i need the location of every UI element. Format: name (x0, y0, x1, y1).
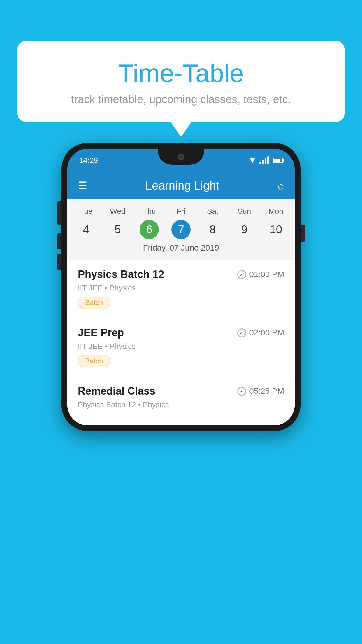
event-item-jee-prep[interactable]: JEE Prep 🕗 02:00 PM IIT JEE • Physics Ba… (67, 318, 295, 376)
menu-icon[interactable]: ☰ (78, 181, 87, 191)
phone-screen: Tue Wed Thu Fri Sat Sun Mon 4 5 6 7 8 9 … (67, 199, 295, 425)
phone-body: 14:29 ▼ ☰ Learning Light ⌕ (61, 143, 301, 431)
event-time-2: 🕗 02:00 PM (237, 328, 284, 338)
phone-power-button (57, 201, 61, 225)
clock-icon-2: 🕗 (237, 328, 247, 338)
event-time-3: 🕗 05:25 PM (237, 386, 284, 396)
status-icons: ▼ (248, 156, 283, 165)
wifi-icon: ▼ (248, 156, 256, 165)
day-headers: Tue Wed Thu Fri Sat Sun Mon (70, 205, 292, 218)
day-9[interactable]: 9 (229, 220, 260, 239)
event-item-physics-batch[interactable]: Physics Batch 12 🕗 01:00 PM IIT JEE • Ph… (67, 260, 295, 318)
event-title-1: Physics Batch 12 (78, 268, 164, 281)
event-subtitle-2: IIT JEE • Physics (78, 342, 284, 351)
event-subtitle-1: IIT JEE • Physics (78, 284, 284, 293)
battery-icon (273, 158, 283, 163)
phone-volume-down-button (57, 254, 61, 270)
day-8[interactable]: 8 (197, 220, 229, 239)
events-list: Physics Batch 12 🕗 01:00 PM IIT JEE • Ph… (67, 260, 295, 425)
speech-bubble: Time-Table track timetable, upcoming cla… (17, 41, 345, 122)
feature-subtitle: track timetable, upcoming classes, tests… (29, 93, 333, 106)
event-header-2: JEE Prep 🕗 02:00 PM (78, 327, 284, 339)
day-header-sat: Sat (197, 205, 229, 218)
day-10[interactable]: 10 (260, 220, 292, 239)
phone-volume-up-button (57, 233, 61, 249)
day-5[interactable]: 5 (102, 220, 134, 239)
day-numbers[interactable]: 4 5 6 7 8 9 10 (70, 220, 292, 239)
signal-icon (259, 157, 269, 164)
event-title-2: JEE Prep (78, 327, 124, 339)
selected-date-label: Friday, 07 June 2019 (70, 243, 292, 257)
phone-frame: 14:29 ▼ ☰ Learning Light ⌕ (61, 143, 301, 431)
feature-title: Time-Table (29, 58, 333, 88)
day-7-selected[interactable]: 7 (171, 220, 191, 239)
notch (158, 149, 204, 165)
camera-dot (178, 154, 184, 160)
speech-bubble-container: Time-Table track timetable, upcoming cla… (17, 41, 345, 122)
app-title: Learning Light (145, 179, 219, 192)
clock-icon-1: 🕗 (237, 270, 247, 279)
day-4[interactable]: 4 (70, 220, 102, 239)
day-header-tue: Tue (70, 205, 102, 218)
calendar-strip: Tue Wed Thu Fri Sat Sun Mon 4 5 6 7 8 9 … (67, 199, 295, 260)
event-badge-1: Batch (78, 297, 110, 309)
day-header-thu: Thu (133, 205, 165, 218)
event-header-1: Physics Batch 12 🕗 01:00 PM (78, 268, 284, 281)
event-header-3: Remedial Class 🕗 05:25 PM (78, 385, 284, 397)
event-item-remedial[interactable]: Remedial Class 🕗 05:25 PM Physics Batch … (67, 376, 295, 425)
day-header-mon: Mon (260, 205, 292, 218)
day-header-fri: Fri (165, 205, 197, 218)
search-icon[interactable]: ⌕ (277, 179, 284, 192)
event-time-1: 🕗 01:00 PM (237, 270, 284, 279)
status-bar: 14:29 ▼ (67, 149, 295, 172)
event-title-3: Remedial Class (78, 385, 155, 397)
day-6-today[interactable]: 6 (140, 220, 159, 239)
app-bar: ☰ Learning Light ⌕ (67, 172, 295, 199)
event-subtitle-3: Physics Batch 12 • Physics (78, 400, 284, 409)
clock-icon-3: 🕗 (237, 386, 247, 396)
phone-right-button (301, 225, 305, 242)
event-badge-2: Batch (78, 355, 110, 367)
day-header-sun: Sun (229, 205, 260, 218)
status-time: 14:29 (79, 156, 98, 165)
day-header-wed: Wed (102, 205, 134, 218)
